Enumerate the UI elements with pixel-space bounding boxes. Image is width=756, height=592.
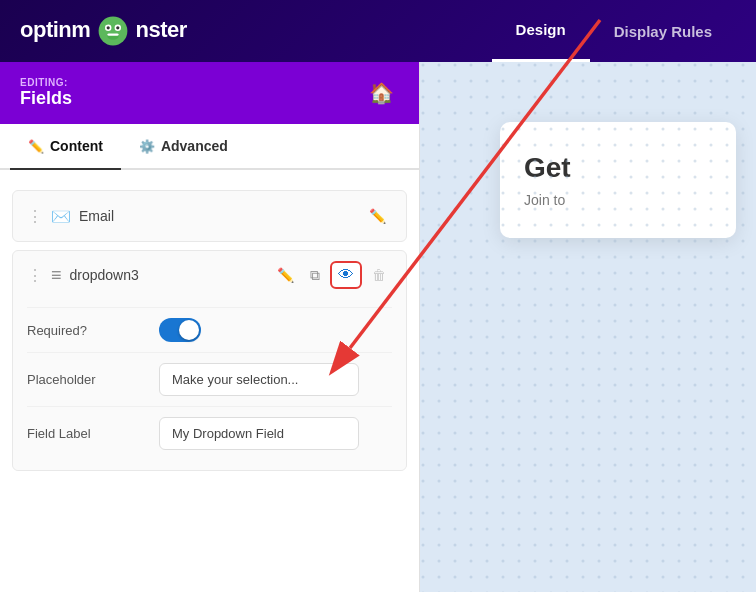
home-button[interactable]: 🏠 (363, 75, 400, 111)
email-field-actions: ✏️ (363, 204, 392, 228)
tab-design[interactable]: Design (492, 0, 590, 62)
sliders-icon: ⚙️ (139, 139, 155, 154)
email-field-name: Email (79, 208, 355, 224)
email-edit-button[interactable]: ✏️ (363, 204, 392, 228)
prop-placeholder-label: Placeholder (27, 372, 147, 387)
main-layout: EDITING: Fields 🏠 ✏️ Content ⚙️ Advanced… (0, 62, 756, 592)
email-field-icon: ✉️ (51, 207, 71, 226)
editing-title: Fields (20, 88, 72, 109)
logo-text: optinm nster (20, 15, 187, 47)
panel-tabs: ✏️ Content ⚙️ Advanced (0, 124, 419, 170)
dropdown3-edit-button[interactable]: ✏️ (271, 263, 300, 287)
bg-pattern (420, 62, 756, 592)
right-panel: Get Join to (420, 62, 756, 592)
field-row-dropdown3: ⋮ ≡ dropdown3 ✏️ ⧉ 👁 🗑 Requir (12, 250, 407, 471)
field-row-email: ⋮ ✉️ Email ✏️ (12, 190, 407, 242)
header: optinm nster Design Display Rules (0, 0, 756, 62)
editing-bar: EDITING: Fields 🏠 (0, 62, 420, 124)
monster-icon (97, 15, 129, 47)
nav-tabs: Design Display Rules (492, 0, 736, 62)
tab-content[interactable]: ✏️ Content (10, 124, 121, 170)
svg-point-3 (107, 26, 110, 29)
left-panel: EDITING: Fields 🏠 ✏️ Content ⚙️ Advanced… (0, 62, 420, 592)
svg-rect-7 (101, 25, 105, 27)
tab-display-rules[interactable]: Display Rules (590, 0, 736, 62)
required-toggle[interactable] (159, 318, 201, 342)
eye-icon: 👁 (338, 266, 354, 283)
svg-rect-8 (121, 25, 125, 27)
fields-list: ⋮ ✉️ Email ✏️ ⋮ ≡ dropdown3 ✏️ ⧉ (0, 170, 419, 491)
tab-advanced[interactable]: ⚙️ Advanced (121, 124, 246, 170)
dropdown3-field-actions: ✏️ ⧉ 👁 🗑 (271, 261, 392, 289)
drag-handle-email[interactable]: ⋮ (27, 207, 43, 226)
dropdown3-copy-button[interactable]: ⧉ (304, 263, 326, 288)
prop-field-label: Field Label (27, 406, 392, 460)
prop-field-label-label: Field Label (27, 426, 147, 441)
dropdown3-delete-button[interactable]: 🗑 (366, 263, 392, 287)
svg-rect-9 (105, 20, 108, 25)
field-label-input[interactable] (159, 417, 359, 450)
pencil-icon: ✏️ (28, 139, 44, 154)
placeholder-input[interactable] (159, 363, 359, 396)
svg-rect-13 (420, 62, 756, 592)
dropdown3-header: ⋮ ≡ dropdown3 ✏️ ⧉ 👁 🗑 (27, 261, 392, 289)
dropdown3-field-name: dropdown3 (70, 267, 263, 283)
svg-point-4 (116, 26, 119, 29)
prop-required-label: Required? (27, 323, 147, 338)
drag-handle-dropdown3[interactable]: ⋮ (27, 266, 43, 285)
editing-label: EDITING: (20, 77, 72, 88)
dropdown3-visibility-button[interactable]: 👁 (330, 261, 362, 289)
svg-rect-10 (113, 18, 116, 23)
dropdown3-props: Required? Placeholder Field Label (27, 297, 392, 460)
svg-rect-11 (110, 19, 112, 23)
prop-placeholder: Placeholder (27, 352, 392, 406)
dropdown3-field-icon: ≡ (51, 265, 62, 286)
svg-rect-6 (107, 33, 118, 35)
prop-required: Required? (27, 307, 392, 352)
editing-info: EDITING: Fields (20, 77, 72, 109)
logo: optinm nster (20, 15, 187, 47)
